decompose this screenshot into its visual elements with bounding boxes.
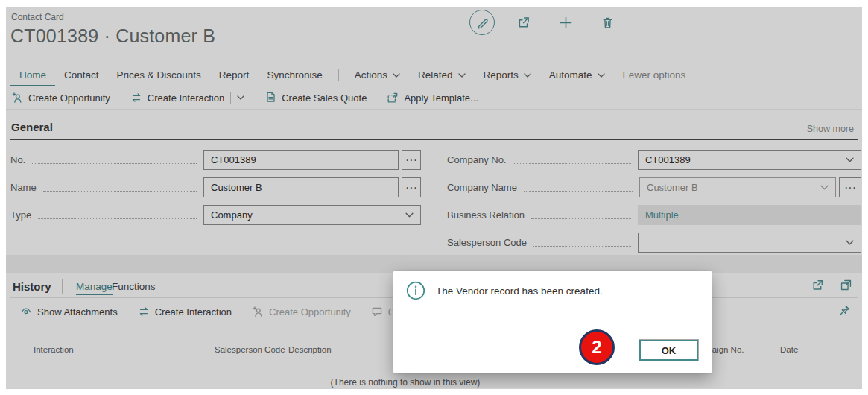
info-icon (406, 281, 425, 300)
confirmation-dialog: The Vendor record has been created. OK (393, 271, 712, 373)
contact-card-page: Contact Card CT001389 · Customer B Home … (6, 7, 862, 389)
ok-button[interactable]: OK (639, 340, 698, 361)
dialog-message: The Vendor record has been created. (436, 285, 603, 297)
annotation-step-badge: 2 (579, 329, 615, 365)
